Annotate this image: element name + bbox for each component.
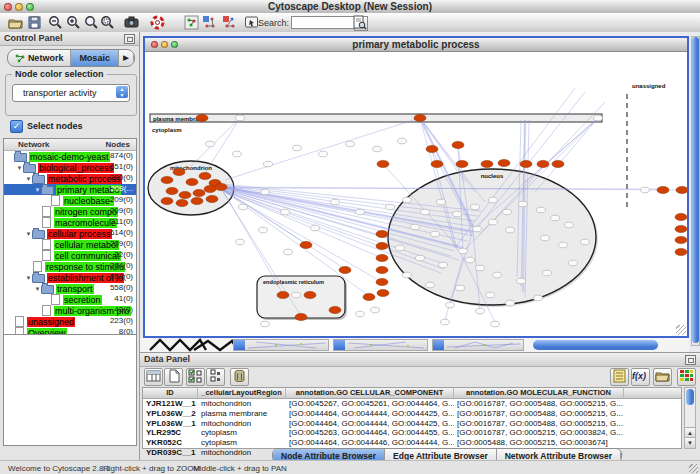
function-builder-icon[interactable]: f(x)	[631, 368, 650, 386]
network-node-selected[interactable]	[215, 183, 227, 190]
network-node-selected[interactable]	[376, 254, 388, 261]
network-node-selected[interactable]	[295, 313, 307, 320]
matrix-select-icon[interactable]	[186, 368, 205, 386]
network-node[interactable]	[506, 300, 515, 306]
vertical-scroll-thumb[interactable]	[692, 37, 699, 343]
network-node[interactable]	[206, 141, 215, 147]
network-node[interactable]	[371, 307, 380, 313]
select-attributes-icon[interactable]	[144, 368, 163, 386]
column-header[interactable]: ID	[143, 388, 198, 398]
network-node[interactable]	[486, 292, 495, 298]
expand-arrow-icon[interactable]: ▼	[25, 231, 32, 237]
network-node[interactable]	[403, 272, 412, 278]
network-node-selected[interactable]	[277, 291, 289, 298]
network-node-selected[interactable]	[675, 248, 687, 255]
network-node[interactable]	[594, 115, 603, 121]
desktop-vertical-scrollbar[interactable]	[691, 36, 700, 346]
network-node-selected[interactable]	[376, 230, 388, 237]
table-row[interactable]: YPL036W__2plasma membrane[GO:0044464, GO…	[143, 409, 681, 419]
network-node[interactable]	[565, 222, 574, 228]
network-node[interactable]	[439, 262, 448, 268]
zoom-fit-icon[interactable]	[100, 15, 115, 30]
network-node-selected[interactable]	[179, 191, 191, 198]
column-header[interactable]: annotation.GO CELLULAR_COMPONENT	[286, 388, 454, 398]
select-nodes-row[interactable]: Select nodes	[10, 120, 83, 132]
region-plasma-membrane[interactable]	[150, 114, 602, 122]
tab-overflow-arrow[interactable]: ▶	[119, 50, 134, 66]
help-ring-icon[interactable]	[150, 15, 165, 30]
network-node-selected[interactable]	[377, 160, 389, 167]
tree-row[interactable]: nucleobase-209(0)	[4, 195, 136, 206]
network-node[interactable]	[331, 199, 340, 205]
network-node[interactable]	[284, 249, 293, 255]
network-node-selected[interactable]	[191, 197, 203, 204]
network-node[interactable]	[476, 265, 485, 271]
network-node-selected[interactable]	[657, 186, 669, 193]
minimized-window-1[interactable]	[233, 339, 329, 351]
network-node[interactable]	[259, 227, 268, 233]
column-header[interactable]: _cellularLayoutRegion	[198, 388, 286, 398]
create-attribute-icon[interactable]	[164, 368, 183, 386]
open-session-icon[interactable]	[8, 15, 23, 30]
network-node-selected[interactable]	[196, 114, 208, 121]
network-edge[interactable]	[525, 118, 598, 182]
network-node[interactable]	[403, 197, 412, 203]
tab-mosaic[interactable]: Mosaic	[71, 50, 119, 66]
tab-network[interactable]: Network	[8, 50, 71, 66]
app-resize-grip[interactable]	[689, 464, 698, 473]
network-node-selected[interactable]	[304, 291, 316, 298]
network-node[interactable]	[453, 211, 462, 217]
network-node[interactable]	[411, 224, 420, 230]
network-node[interactable]	[506, 227, 515, 233]
network-node[interactable]	[559, 242, 568, 248]
network-node[interactable]	[281, 209, 290, 215]
network-node[interactable]	[293, 145, 302, 151]
network-node[interactable]	[356, 311, 365, 317]
network-node-selected[interactable]	[161, 197, 173, 204]
tree-row[interactable]: response to stimulu264(0)	[4, 261, 136, 272]
create-network-view-icon[interactable]	[184, 15, 199, 30]
network-node[interactable]	[441, 319, 450, 325]
network-node[interactable]	[489, 197, 498, 203]
network-node-selected[interactable]	[193, 189, 205, 196]
network-node[interactable]	[473, 226, 482, 232]
birds-eye-view-panel[interactable]	[3, 334, 137, 446]
expand-arrow-icon[interactable]: ▼	[25, 275, 32, 281]
tree-header-nodes[interactable]: Nodes	[106, 140, 130, 149]
network-node[interactable]	[534, 295, 543, 301]
network-node[interactable]	[346, 141, 355, 147]
network-node[interactable]	[261, 321, 270, 327]
network-node-selected[interactable]	[300, 241, 312, 248]
float-panel-icon[interactable]	[685, 355, 696, 365]
network-node-selected[interactable]	[456, 160, 468, 167]
network-edge[interactable]	[191, 118, 240, 166]
tree-row[interactable]: cell communicat22(0)	[4, 250, 136, 261]
network-node[interactable]	[446, 302, 455, 308]
network-node-selected[interactable]	[426, 145, 438, 152]
network-window-titlebar[interactable]: primary metabolic process	[145, 38, 687, 52]
table-row[interactable]: YJR121W__1mitochondrion[GO:0045267, GO:0…	[143, 399, 681, 409]
network-node[interactable]	[239, 204, 248, 210]
float-panel-icon[interactable]	[124, 34, 135, 44]
matrix-small-icon[interactable]	[206, 368, 225, 386]
select-nodes-checkbox[interactable]	[10, 120, 23, 133]
import-attributes-icon[interactable]	[653, 368, 672, 386]
network-canvas[interactable]: plasma membranecytoplasmmitochondrionnuc…	[145, 52, 687, 336]
network-view-window[interactable]: primary metabolic process plasma membran…	[143, 36, 689, 338]
network-edge[interactable]	[225, 118, 420, 180]
network-node[interactable]	[466, 257, 475, 263]
zoom-in-icon[interactable]	[66, 15, 81, 30]
network-node[interactable]	[356, 209, 365, 215]
network-node-selected[interactable]	[363, 293, 375, 300]
tree-row[interactable]: ▼transport558(0)	[4, 283, 136, 294]
minimized-window-2[interactable]	[333, 339, 428, 351]
network-node[interactable]	[503, 209, 512, 215]
network-node-selected[interactable]	[166, 187, 178, 194]
network-node[interactable]	[476, 308, 485, 314]
network-node-selected[interactable]	[498, 159, 510, 166]
save-session-icon[interactable]	[27, 15, 42, 30]
network-node-selected[interactable]	[176, 199, 188, 206]
tree-row[interactable]: ▼establishment of lo558(0)	[4, 272, 136, 283]
tree-header-network[interactable]: Network	[18, 140, 50, 149]
network-node[interactable]	[373, 146, 382, 152]
